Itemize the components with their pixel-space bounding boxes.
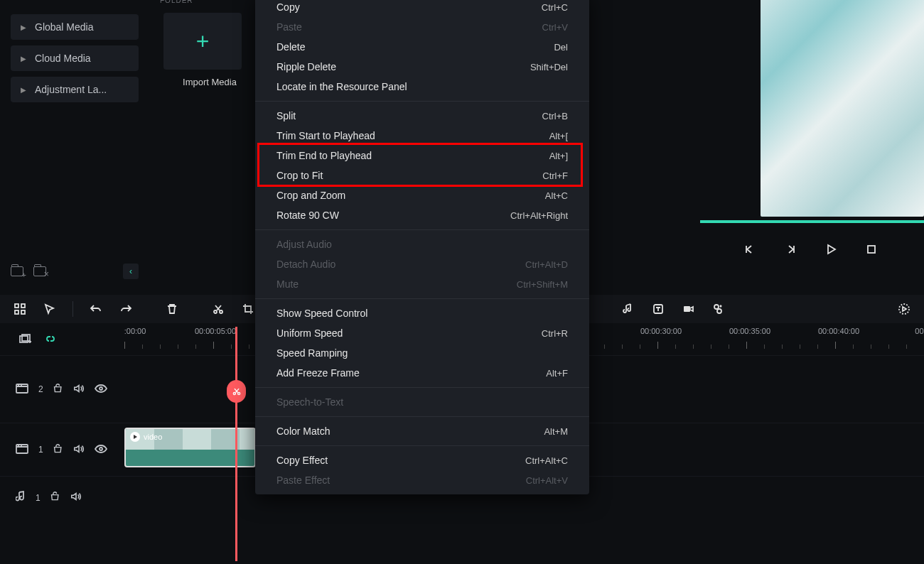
menu-item-shortcut: Ctrl+Alt+D xyxy=(525,259,568,270)
menu-item-label: Speech-to-Text xyxy=(276,396,343,408)
preview-video-frame xyxy=(761,0,924,217)
menu-item-trim-start-to-playhead[interactable]: Trim Start to PlayheadAlt+[ xyxy=(255,126,589,146)
lock-track-icon[interactable] xyxy=(50,492,60,504)
next-frame-button[interactable] xyxy=(783,242,798,257)
menu-item-split[interactable]: SplitCtrl+B xyxy=(255,106,589,126)
menu-item-crop-to-fit[interactable]: Crop to FitCtrl+F xyxy=(255,166,589,185)
mute-track-icon[interactable] xyxy=(73,444,85,456)
svg-rect-8 xyxy=(684,306,690,312)
svg-point-9 xyxy=(714,305,719,309)
menu-item-mute: MuteCtrl+Shift+M xyxy=(255,274,589,294)
menu-item-shortcut: Ctrl+V xyxy=(542,22,568,33)
render-icon[interactable] xyxy=(897,302,911,316)
playhead[interactable] xyxy=(235,327,237,561)
visibility-icon[interactable] xyxy=(95,384,107,395)
clip-play-icon xyxy=(130,432,140,442)
menu-item-trim-end-to-playhead[interactable]: Trim End to PlayheadAlt+] xyxy=(255,146,589,166)
svg-point-19 xyxy=(100,448,102,450)
menu-item-label: Show Speed Control xyxy=(276,308,367,319)
menu-item-detach-audio: Detach AudioCtrl+Alt+D xyxy=(255,254,589,274)
crop-tool-icon[interactable] xyxy=(241,302,255,316)
stop-button[interactable] xyxy=(864,242,879,257)
menu-item-label: Speed Ramping xyxy=(276,347,348,359)
menu-item-rotate-90-cw[interactable]: Rotate 90 CWCtrl+Alt+Right xyxy=(255,205,589,225)
playhead-handle[interactable] xyxy=(227,380,246,403)
menu-item-crop-and-zoom[interactable]: Crop and ZoomAlt+C xyxy=(255,185,589,205)
delete-icon[interactable] xyxy=(165,302,179,316)
menu-item-label: Crop to Fit xyxy=(276,170,323,181)
menu-item-shortcut: Ctrl+Alt+Right xyxy=(510,210,568,221)
effects-tool-icon[interactable] xyxy=(711,302,725,316)
menu-item-paste: PasteCtrl+V xyxy=(255,17,589,37)
audio-tool-icon[interactable] xyxy=(621,302,635,316)
lock-track-icon[interactable] xyxy=(53,384,63,396)
record-tool-icon[interactable] xyxy=(681,302,695,316)
menu-item-label: Detach Audio xyxy=(276,259,335,270)
chevron-right-icon: ▶ xyxy=(21,23,26,31)
chevron-right-icon: ▶ xyxy=(21,86,26,94)
menu-item-label: Trim Start to Playhead xyxy=(276,130,375,141)
visibility-icon[interactable] xyxy=(95,445,107,455)
sidebar-item-adjustment-layer[interactable]: ▶ Adjustment La... xyxy=(11,77,139,102)
menu-item-label: Color Match xyxy=(276,425,330,437)
split-tool-icon[interactable] xyxy=(211,302,225,316)
menu-item-locate-in-the-resource-panel[interactable]: Locate in the Resource Panel xyxy=(255,77,589,97)
sidebar-item-label: Global Media xyxy=(35,21,94,33)
ruler-tick-label: 00:00:35:00 xyxy=(729,327,770,335)
sidebar-item-global-media[interactable]: ▶ Global Media xyxy=(11,14,139,40)
menu-item-show-speed-control[interactable]: Show Speed Control xyxy=(255,303,589,323)
svg-rect-2 xyxy=(21,304,25,308)
preview-progress-bar[interactable] xyxy=(700,220,924,223)
menu-item-adjust-audio: Adjust Audio xyxy=(255,234,589,254)
svg-point-6 xyxy=(220,310,222,313)
ruler-tick-label: :00:00 xyxy=(124,327,146,335)
track-number: 1 xyxy=(38,445,43,455)
menu-item-ripple-delete[interactable]: Ripple DeleteShift+Del xyxy=(255,57,589,77)
menu-item-shortcut: Ctrl+F xyxy=(542,170,568,181)
svg-point-17 xyxy=(100,387,102,390)
media-sidebar: ▶ Global Media ▶ Cloud Media ▶ Adjustmen… xyxy=(0,0,149,288)
menu-item-label: Locate in the Resource Panel xyxy=(276,81,407,92)
video-track-icon xyxy=(16,384,28,396)
collapse-sidebar-button[interactable]: ‹ xyxy=(123,264,139,279)
play-button[interactable] xyxy=(823,242,839,257)
ruler-tick-label: 00: xyxy=(915,327,924,335)
menu-item-uniform-speed[interactable]: Uniform SpeedCtrl+R xyxy=(255,323,589,343)
menu-item-copy[interactable]: CopyCtrl+C xyxy=(255,0,589,17)
menu-item-shortcut: Alt+[ xyxy=(549,131,568,141)
menu-separator xyxy=(255,101,589,102)
mute-track-icon[interactable] xyxy=(73,384,85,396)
menu-item-shortcut: Ctrl+Alt+C xyxy=(525,455,568,466)
sidebar-item-cloud-media[interactable]: ▶ Cloud Media xyxy=(11,45,139,71)
menu-item-color-match[interactable]: Color MatchAlt+M xyxy=(255,421,589,441)
svg-point-11 xyxy=(899,304,909,314)
menu-item-speed-ramping[interactable]: Speed Ramping xyxy=(255,343,589,363)
menu-item-add-freeze-frame[interactable]: Add Freeze FrameAlt+F xyxy=(255,363,589,383)
delete-folder-icon[interactable] xyxy=(33,266,46,276)
new-folder-icon[interactable] xyxy=(11,266,23,276)
sidebar-item-label: Cloud Media xyxy=(35,53,91,64)
text-tool-icon[interactable] xyxy=(651,302,665,316)
prev-frame-button[interactable] xyxy=(742,242,758,257)
video-track-icon xyxy=(16,444,28,456)
menu-item-label: Trim End to Playhead xyxy=(276,150,372,161)
selection-tool-icon[interactable] xyxy=(43,302,57,316)
undo-icon[interactable] xyxy=(89,302,103,316)
menu-item-shortcut: Alt+C xyxy=(545,190,568,201)
lock-track-icon[interactable] xyxy=(53,444,63,456)
menu-separator xyxy=(255,445,589,446)
menu-item-shortcut: Ctrl+B xyxy=(542,111,568,121)
link-tracks-icon[interactable] xyxy=(43,332,58,347)
redo-icon[interactable] xyxy=(119,302,133,316)
menu-item-copy-effect[interactable]: Copy EffectCtrl+Alt+C xyxy=(255,450,589,470)
menu-item-label: Mute xyxy=(276,278,299,290)
menu-item-shortcut: Alt+] xyxy=(549,151,568,161)
menu-item-delete[interactable]: DeleteDel xyxy=(255,37,589,57)
import-media-button[interactable]: + xyxy=(163,13,242,70)
add-track-icon[interactable] xyxy=(18,332,32,347)
mute-track-icon[interactable] xyxy=(70,492,82,504)
ruler-tick-label: 00:00:05:00 xyxy=(195,327,236,335)
grid-tool-icon[interactable] xyxy=(13,302,27,316)
menu-item-shortcut: Alt+F xyxy=(546,368,568,379)
menu-item-shortcut: Del xyxy=(554,42,568,53)
